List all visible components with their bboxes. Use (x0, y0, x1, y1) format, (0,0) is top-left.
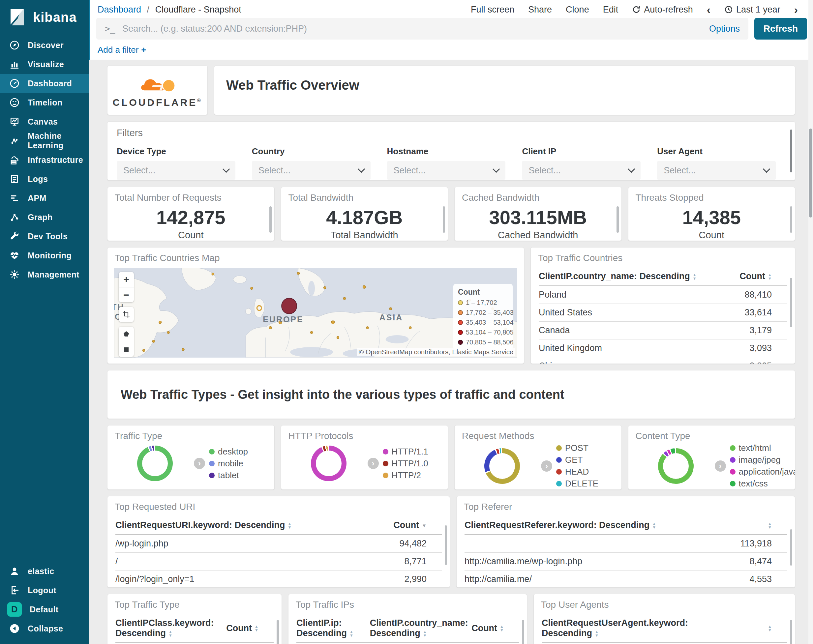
legend-item[interactable]: HTTP/2 (383, 470, 428, 480)
edit-button[interactable]: Edit (603, 5, 618, 15)
clone-button[interactable]: Clone (566, 5, 589, 15)
legend-item[interactable]: application/javascript (730, 467, 796, 477)
panel-scrollbar[interactable] (790, 529, 792, 566)
panel-scrollbar[interactable] (790, 206, 792, 233)
sidebar-item-discover[interactable]: Discover (0, 35, 89, 55)
search-input[interactable] (122, 24, 703, 34)
country-select[interactable]: Select... (252, 161, 371, 179)
sidebar-item-label: Logs (28, 174, 48, 184)
column-header-client-ip[interactable]: ClientIP.ip: Descending▲▼ (296, 613, 370, 643)
sidebar-item-label: Timelion (28, 98, 63, 107)
sidebar-item-logs[interactable]: Logs (0, 169, 89, 189)
sidebar-item-apm[interactable]: APM (0, 189, 89, 208)
sidebar-item-timelion[interactable]: Timelion (0, 93, 89, 112)
legend-expand-button[interactable]: › (368, 458, 379, 469)
request-methods-donut[interactable] (484, 448, 520, 484)
panel-scrollbar[interactable] (522, 620, 524, 644)
column-header-referer[interactable]: ClientRequestReferer.keyword: Descending… (465, 515, 729, 535)
column-header-count[interactable]: Count▲▼ (216, 613, 274, 643)
time-prev-button[interactable]: ‹ (707, 4, 710, 15)
column-header-uri[interactable]: ClientRequestURI.keyword: Descending▲▼ (115, 515, 350, 535)
full-screen-button[interactable]: Full screen (471, 5, 514, 15)
panel-scrollbar[interactable] (445, 525, 447, 565)
time-next-button[interactable]: › (794, 4, 798, 15)
legend-item[interactable]: image/jpeg (730, 455, 796, 465)
options-link[interactable]: Options (709, 24, 740, 34)
legend-expand-button[interactable]: › (715, 460, 726, 472)
legend-item[interactable]: text/css (730, 478, 796, 489)
legend-expand-button[interactable]: › (541, 460, 552, 472)
content-type-donut[interactable] (658, 448, 694, 484)
panel-scrollbar[interactable] (443, 206, 445, 233)
apm-icon (9, 193, 20, 203)
device-type-select[interactable]: Select... (117, 161, 235, 179)
column-header-country[interactable]: ClientIP.country_name: Descending▲▼ (539, 266, 717, 286)
legend-item[interactable]: DELETE (556, 478, 598, 489)
table-row: Mozilla/5.0 (Windows NT 6.1; WOW64; rv:1… (541, 643, 787, 644)
client-ip-select[interactable]: Select... (522, 161, 641, 179)
user-agent-select[interactable]: Select... (657, 161, 776, 179)
legend-item[interactable]: GET (556, 455, 598, 465)
map-fit-bounds-button[interactable] (119, 307, 134, 322)
column-header-count[interactable]: Count▲▼ (717, 266, 787, 286)
metric-title: Total Bandwidth (281, 187, 448, 203)
sidebar-item-management[interactable]: Management (0, 265, 89, 284)
legend-item[interactable]: HTTP/1.1 (383, 446, 428, 457)
scrollbar-thumb[interactable] (809, 129, 812, 218)
column-header-user-agent[interactable]: ClientRequestUserAgent.keyword: Descendi… (541, 613, 738, 643)
sidebar-item-collapse[interactable]: Collapse (0, 619, 89, 638)
map-zoom-out-button[interactable]: − (119, 287, 134, 302)
legend-item[interactable]: text/html (730, 443, 796, 453)
legend-item[interactable]: desktop (209, 446, 248, 457)
panel-scrollbar[interactable] (790, 278, 792, 327)
breadcrumb-dashboard-link[interactable]: Dashboard (98, 5, 141, 14)
auto-refresh-button[interactable]: Auto-refresh (632, 5, 693, 15)
legend-item[interactable]: HEAD (556, 467, 598, 477)
column-header-country[interactable]: ClientIP.country_name: Descending▲▼ (370, 613, 468, 643)
sidebar-item-monitoring[interactable]: Monitoring (0, 246, 89, 265)
panel-scrollbar[interactable] (269, 206, 272, 233)
panel-scrollbar[interactable] (790, 620, 792, 644)
map-zoom-in-button[interactable]: + (119, 272, 134, 287)
time-range-picker[interactable]: Last 1 year (724, 5, 780, 15)
legend-item[interactable]: POST (556, 443, 598, 453)
sidebar-item-canvas[interactable]: Canvas (0, 112, 89, 131)
map-draw-rectangle-button[interactable] (119, 342, 134, 357)
traffic-type-donut[interactable] (137, 446, 173, 481)
refresh-button[interactable]: Refresh (754, 18, 807, 40)
page-scrollbar[interactable] (808, 0, 813, 644)
table-row: Canada3,179 (539, 322, 787, 339)
sidebar-item-machine-learning[interactable]: Machine Learning (0, 131, 89, 150)
panel-scrollbar[interactable] (790, 130, 792, 172)
column-header-count[interactable]: ▲▼ (729, 515, 787, 535)
legend-item[interactable]: tablet (209, 470, 248, 480)
legend-item[interactable]: mobile (209, 458, 248, 469)
filters-title: Filters (117, 127, 785, 138)
column-header-count[interactable]: ▲▼ (738, 613, 787, 643)
kibana-logo[interactable]: kibana (0, 0, 89, 34)
hostname-select[interactable]: Select... (387, 161, 506, 179)
sidebar-item-user[interactable]: elastic (0, 561, 89, 581)
column-header-ip-class[interactable]: ClientIPClass.keyword: Descending▲▼ (115, 613, 216, 643)
sort-desc-icon: ▼ (422, 523, 426, 528)
sidebar-item-visualize[interactable]: Visualize (0, 55, 89, 74)
map-draw-polygon-button[interactable] (119, 327, 134, 342)
sidebar-item-infrastructure[interactable]: Infrastructure (0, 150, 89, 169)
sidebar-item-dev-tools[interactable]: Dev Tools (0, 227, 89, 246)
panel-scrollbar[interactable] (617, 206, 619, 233)
http-protocols-donut[interactable] (311, 446, 347, 481)
metric-title: Total Number of Requests (107, 187, 274, 203)
add-filter-link[interactable]: Add a filter+ (98, 45, 146, 55)
legend-item[interactable]: HTTP/1.0 (383, 458, 428, 469)
table-title: Top User Agents (534, 594, 795, 610)
world-map[interactable]: EUROPE ASIA TH IC + − (114, 268, 517, 357)
sidebar-item-space-default[interactable]: D Default (0, 600, 89, 619)
column-header-count[interactable]: Count▲▼ (468, 613, 519, 643)
legend-expand-button[interactable]: › (194, 458, 205, 469)
panel-scrollbar[interactable] (277, 620, 279, 644)
sidebar-item-graph[interactable]: Graph (0, 208, 89, 227)
column-header-count[interactable]: Count▼ (350, 515, 442, 535)
sidebar-item-logout[interactable]: Logout (0, 581, 89, 600)
sidebar-item-dashboard[interactable]: Dashboard (0, 74, 89, 93)
share-button[interactable]: Share (528, 5, 552, 15)
